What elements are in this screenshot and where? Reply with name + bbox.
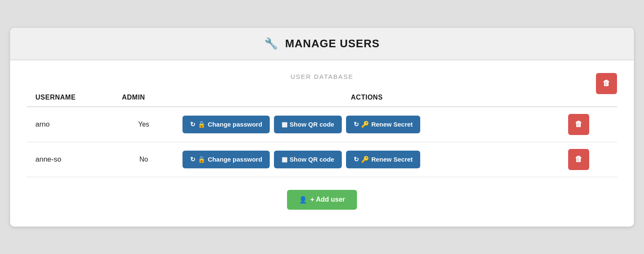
lock-icon: 🔒 bbox=[198, 121, 206, 128]
person-plus-icon: 👤 bbox=[299, 196, 307, 204]
change-password-button-anneso[interactable]: ↻ 🔒 Change password bbox=[182, 151, 270, 168]
main-container: 🔧 MANAGE USERS USER DATABASE 🗑 USERNAME … bbox=[10, 28, 634, 227]
table-header-row: USERNAME ADMIN ACTIONS bbox=[27, 89, 617, 107]
delete-user-button-anneso[interactable]: 🗑 bbox=[568, 149, 589, 170]
trash-icon: 🗑 bbox=[575, 120, 582, 129]
main-content: USER DATABASE 🗑 USERNAME ADMIN ACTIONS a… bbox=[10, 60, 634, 227]
trash-icon: 🗑 bbox=[575, 155, 582, 164]
table-row: arno Yes ↻ 🔒 Change password bbox=[27, 107, 617, 142]
username-header: USERNAME bbox=[27, 89, 113, 107]
key-icon: 🔑 bbox=[361, 121, 369, 128]
show-qr-button-arno[interactable]: ▦ Show QR code bbox=[274, 116, 342, 133]
actions-header: ACTIONS bbox=[174, 89, 560, 107]
renew-secret-button-anneso[interactable]: ↻ 🔑 Renew Secret bbox=[346, 151, 420, 168]
add-user-button[interactable]: 👤 + Add user bbox=[287, 190, 357, 210]
refresh-icon: ↻ bbox=[354, 156, 359, 163]
delete-user-button-arno[interactable]: 🗑 bbox=[568, 114, 589, 135]
key-icon: 🔑 bbox=[361, 156, 369, 163]
section-title: USER DATABASE bbox=[27, 73, 617, 80]
username-cell: anne-so bbox=[27, 142, 113, 177]
lock-icon: 🔒 bbox=[198, 156, 206, 163]
admin-cell: Yes bbox=[113, 107, 174, 142]
refresh-icon: ↻ bbox=[354, 121, 359, 128]
delete-all-button[interactable]: 🗑 bbox=[596, 73, 617, 94]
trash-icon: 🗑 bbox=[603, 79, 610, 88]
wrench-icon: 🔧 bbox=[264, 37, 278, 50]
add-user-wrapper: 👤 + Add user bbox=[27, 190, 617, 210]
admin-header: ADMIN bbox=[113, 89, 174, 107]
qr-icon: ▦ bbox=[282, 121, 287, 128]
refresh-icon: ↻ bbox=[190, 156, 196, 163]
refresh-icon: ↻ bbox=[190, 121, 196, 128]
delete-cell-anneso: 🗑 bbox=[560, 142, 617, 177]
change-password-button-arno[interactable]: ↻ 🔒 Change password bbox=[182, 116, 270, 133]
username-cell: arno bbox=[27, 107, 113, 142]
actions-cell: ↻ 🔒 Change password ▦ Show QR code bbox=[174, 107, 560, 142]
page-title: 🔧 MANAGE USERS bbox=[19, 37, 625, 50]
page-header: 🔧 MANAGE USERS bbox=[10, 28, 634, 60]
delete-cell-arno: 🗑 bbox=[560, 107, 617, 142]
actions-wrapper: ↻ 🔒 Change password ▦ Show QR code bbox=[182, 116, 551, 133]
show-qr-button-anneso[interactable]: ▦ Show QR code bbox=[274, 151, 342, 168]
admin-cell: No bbox=[113, 142, 174, 177]
actions-cell: ↻ 🔒 Change password ▦ Show QR code bbox=[174, 142, 560, 177]
actions-wrapper: ↻ 🔒 Change password ▦ Show QR code bbox=[182, 151, 551, 168]
qr-icon: ▦ bbox=[282, 156, 287, 163]
user-table: USERNAME ADMIN ACTIONS arno Yes ↻ bbox=[27, 89, 617, 177]
table-row: anne-so No ↻ 🔒 Change password bbox=[27, 142, 617, 177]
renew-secret-button-arno[interactable]: ↻ 🔑 Renew Secret bbox=[346, 116, 420, 133]
